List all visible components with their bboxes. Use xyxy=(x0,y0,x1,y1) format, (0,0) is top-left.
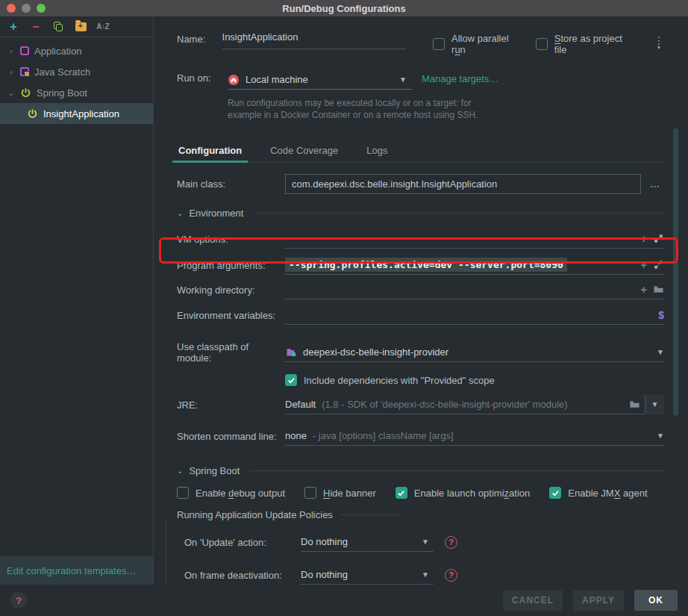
enable-launch-optimization-checkbox[interactable] xyxy=(395,487,407,499)
tree-item-label: Application xyxy=(34,46,82,57)
enable-debug-output-option[interactable]: Enable debug output xyxy=(177,487,285,499)
chevron-right-icon[interactable]: › xyxy=(7,68,15,76)
close-window-button[interactable] xyxy=(7,4,16,13)
classpath-module-value: deepexi-dsc-belle-insight-provider xyxy=(303,346,448,358)
titlebar: Run/Debug Configurations xyxy=(0,0,688,16)
chevron-right-icon[interactable]: › xyxy=(7,47,15,55)
module-icon xyxy=(285,346,297,358)
name-input[interactable]: InsightApplication xyxy=(222,31,407,49)
copy-configuration-icon[interactable] xyxy=(52,21,64,33)
minimize-window-button[interactable] xyxy=(22,4,31,13)
manage-targets-link[interactable]: Manage targets… xyxy=(422,70,498,84)
provided-scope-checkbox[interactable] xyxy=(285,374,297,386)
ok-button[interactable]: OK xyxy=(634,590,678,611)
run-on-help-text: Run configurations may be executed local… xyxy=(228,97,490,121)
enable-jmx-agent-label: Enable JMX agent xyxy=(568,488,647,499)
configuration-editor: Name: InsightApplication Allow parallel … xyxy=(154,16,688,585)
help-icon[interactable]: ? xyxy=(445,536,457,549)
remove-configuration-icon[interactable]: − xyxy=(30,21,42,33)
chevron-down-icon: ▼ xyxy=(422,570,429,579)
environment-variables-input[interactable]: $ xyxy=(285,305,664,325)
environment-section-label: Environment xyxy=(189,208,243,219)
tree-item-label: InsightApplication xyxy=(43,108,119,119)
program-arguments-input[interactable]: --spring.profiles.active=dev --server.po… xyxy=(285,255,664,275)
update-policies-title: Running Application Update Policies xyxy=(177,509,333,520)
dialog-title: Run/Debug Configurations xyxy=(282,3,405,14)
on-update-action-select[interactable]: Do nothing ▼ xyxy=(301,532,434,552)
browse-main-class-button[interactable]: … xyxy=(650,178,660,190)
edit-configuration-templates-link[interactable]: Edit configuration templates… xyxy=(0,556,153,585)
allow-parallel-run-option[interactable]: Allow parallel run xyxy=(433,33,512,55)
shorten-value: none xyxy=(285,430,307,441)
chevron-down-icon[interactable]: ▼ xyxy=(657,348,664,356)
spring-boot-section-label: Spring Boot xyxy=(189,465,240,476)
allow-parallel-run-checkbox[interactable] xyxy=(433,38,445,50)
add-icon[interactable]: + xyxy=(640,233,647,244)
apply-button[interactable]: APPLY xyxy=(573,590,624,611)
help-button[interactable]: ? xyxy=(10,592,27,609)
enable-jmx-agent-checkbox[interactable] xyxy=(549,487,561,499)
program-arguments-value[interactable]: --spring.profiles.active=dev --server.po… xyxy=(285,258,567,272)
main-class-input[interactable]: com.deepexi.dsc.belle.insight.InsightApp… xyxy=(285,174,641,194)
folder-icon[interactable] xyxy=(652,284,664,296)
add-configuration-icon[interactable]: + xyxy=(7,21,19,33)
cancel-button[interactable]: CANCEL xyxy=(503,590,563,611)
program-arguments-label: Program arguments: xyxy=(177,260,285,271)
store-as-project-file-label: Store as project file xyxy=(554,33,622,55)
tree-item-spring-boot[interactable]: ⌄ Spring Boot xyxy=(0,82,153,103)
run-on-select[interactable]: Local machine ▼ xyxy=(228,70,413,90)
chevron-down-icon[interactable]: ▼ xyxy=(399,75,407,84)
environment-variables-label: Environment variables: xyxy=(177,310,285,321)
enable-launch-optimization-option[interactable]: Enable launch optimization xyxy=(395,487,530,499)
provided-scope-option[interactable]: Include dependencies with "Provided" sco… xyxy=(285,374,495,386)
enable-jmx-agent-option[interactable]: Enable JMX agent xyxy=(549,487,647,499)
store-as-project-file-checkbox[interactable] xyxy=(536,38,548,50)
enable-debug-output-checkbox[interactable] xyxy=(177,487,189,499)
expand-icon[interactable] xyxy=(652,259,664,271)
jre-dropdown-button[interactable]: ▼ xyxy=(645,395,664,414)
tree-item-java-scratch[interactable]: › Java Scratch xyxy=(0,61,153,82)
add-icon[interactable]: + xyxy=(640,259,647,270)
store-options-kebab-icon[interactable]: ⋮▾ xyxy=(654,37,664,52)
working-directory-label: Working directory: xyxy=(177,284,285,296)
chevron-down-icon[interactable]: ▼ xyxy=(657,432,664,440)
browse-variables-icon[interactable]: $ xyxy=(658,309,664,321)
hide-banner-checkbox[interactable] xyxy=(304,487,316,499)
vm-options-input[interactable]: + xyxy=(285,229,664,249)
environment-section-header[interactable]: ⌄ Environment xyxy=(177,208,664,219)
section-divider xyxy=(250,470,664,471)
shorten-command-line-select[interactable]: none - java [options] className [args] ▼ xyxy=(285,426,664,446)
jre-select[interactable]: Default (1.8 - SDK of 'deepexi-dsc-belle… xyxy=(285,395,664,414)
folder-icon[interactable] xyxy=(628,399,640,411)
chevron-down-icon[interactable]: ⌄ xyxy=(7,89,15,97)
new-folder-icon[interactable] xyxy=(75,21,87,33)
hide-banner-label: Hide banner xyxy=(323,488,376,499)
spring-boot-section-header[interactable]: ⌄ Spring Boot xyxy=(177,465,664,476)
tab-configuration[interactable]: Configuration xyxy=(177,140,243,162)
help-icon[interactable]: ? xyxy=(445,569,457,582)
enable-debug-output-label: Enable debug output xyxy=(196,488,285,499)
tab-logs[interactable]: Logs xyxy=(365,140,389,162)
spring-boot-power-icon xyxy=(27,108,38,119)
classpath-module-select[interactable]: deepexi-dsc-belle-insight-provider ▼ xyxy=(285,343,664,362)
expand-icon[interactable] xyxy=(652,233,664,245)
sort-configurations-icon[interactable]: A↕Z xyxy=(97,21,109,33)
on-update-action-label: On 'Update' action: xyxy=(184,537,301,548)
provided-scope-label: Include dependencies with "Provided" sco… xyxy=(304,375,495,386)
on-frame-deactivation-select[interactable]: Do nothing ▼ xyxy=(301,565,434,585)
traffic-lights xyxy=(7,4,46,13)
add-icon[interactable]: + xyxy=(640,284,647,295)
working-directory-input[interactable]: + xyxy=(285,280,664,299)
tree-item-application[interactable]: › Application xyxy=(0,40,153,61)
store-as-project-file-option[interactable]: Store as project file xyxy=(536,33,622,55)
chevron-down-icon[interactable]: ⌄ xyxy=(177,209,183,217)
tree-item-insight-application[interactable]: InsightApplication xyxy=(0,103,153,124)
vertical-scrollbar-thumb[interactable] xyxy=(673,128,678,416)
tab-code-coverage[interactable]: Code Coverage xyxy=(269,140,340,162)
java-scratch-type-icon xyxy=(20,67,29,76)
hide-banner-option[interactable]: Hide banner xyxy=(304,487,376,499)
vm-options-label: VM options: xyxy=(177,234,285,245)
chevron-down-icon[interactable]: ⌄ xyxy=(177,467,183,475)
jre-label: JRE: xyxy=(177,399,285,411)
zoom-window-button[interactable] xyxy=(37,4,46,13)
